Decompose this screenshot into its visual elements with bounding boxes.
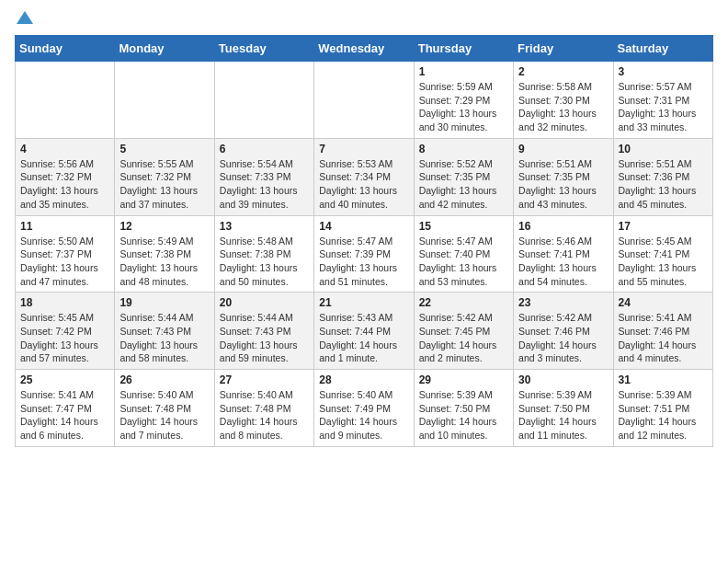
day-info: Sunrise: 5:39 AM Sunset: 7:50 PM Dayligh…: [518, 388, 608, 442]
day-info: Sunrise: 5:40 AM Sunset: 7:48 PM Dayligh…: [119, 388, 209, 442]
day-number: 30: [518, 373, 608, 386]
header-day-wednesday: Wednesday: [314, 36, 414, 62]
day-number: 31: [619, 373, 708, 386]
calendar-cell: 1Sunrise: 5:59 AM Sunset: 7:29 PM Daylig…: [414, 62, 513, 139]
header-day-sunday: Sunday: [16, 36, 115, 62]
day-number: 27: [220, 373, 309, 386]
day-number: 16: [518, 220, 608, 233]
logo-icon: [17, 9, 33, 26]
day-number: 5: [119, 143, 209, 155]
calendar-cell: 2Sunrise: 5:58 AM Sunset: 7:30 PM Daylig…: [514, 62, 613, 139]
calendar-cell: 6Sunrise: 5:54 AM Sunset: 7:33 PM Daylig…: [214, 138, 313, 215]
day-info: Sunrise: 5:41 AM Sunset: 7:47 PM Dayligh…: [20, 388, 109, 442]
day-number: 28: [319, 373, 408, 386]
calendar-cell: 22Sunrise: 5:42 AM Sunset: 7:45 PM Dayli…: [414, 293, 513, 370]
day-number: 4: [20, 143, 109, 155]
calendar-cell: 29Sunrise: 5:39 AM Sunset: 7:50 PM Dayli…: [414, 370, 513, 447]
calendar-cell: [214, 62, 313, 139]
calendar-cell: 30Sunrise: 5:39 AM Sunset: 7:50 PM Dayli…: [514, 370, 613, 447]
day-info: Sunrise: 5:52 AM Sunset: 7:35 PM Dayligh…: [419, 157, 508, 212]
day-number: 1: [419, 65, 508, 78]
header-day-thursday: Thursday: [414, 36, 513, 62]
day-number: 3: [619, 65, 708, 78]
day-info: Sunrise: 5:44 AM Sunset: 7:43 PM Dayligh…: [220, 311, 309, 365]
day-info: Sunrise: 5:57 AM Sunset: 7:31 PM Dayligh…: [619, 80, 708, 134]
calendar-week-3: 11Sunrise: 5:50 AM Sunset: 7:37 PM Dayli…: [16, 215, 713, 293]
header-day-friday: Friday: [514, 36, 613, 62]
calendar-week-4: 18Sunrise: 5:45 AM Sunset: 7:42 PM Dayli…: [16, 293, 713, 370]
day-info: Sunrise: 5:51 AM Sunset: 7:36 PM Dayligh…: [619, 157, 708, 212]
header-day-monday: Monday: [115, 36, 214, 62]
calendar-cell: 18Sunrise: 5:45 AM Sunset: 7:42 PM Dayli…: [16, 293, 115, 370]
calendar-cell: 9Sunrise: 5:51 AM Sunset: 7:35 PM Daylig…: [514, 138, 613, 215]
calendar-cell: 19Sunrise: 5:44 AM Sunset: 7:43 PM Dayli…: [115, 293, 214, 370]
day-number: 10: [619, 143, 708, 155]
day-info: Sunrise: 5:40 AM Sunset: 7:48 PM Dayligh…: [220, 388, 309, 442]
day-info: Sunrise: 5:56 AM Sunset: 7:32 PM Dayligh…: [20, 157, 109, 212]
calendar-cell: 24Sunrise: 5:41 AM Sunset: 7:46 PM Dayli…: [613, 293, 712, 370]
calendar-cell: 16Sunrise: 5:46 AM Sunset: 7:41 PM Dayli…: [514, 215, 613, 293]
day-number: 21: [319, 296, 408, 309]
calendar-cell: [314, 62, 414, 139]
calendar-cell: 21Sunrise: 5:43 AM Sunset: 7:44 PM Dayli…: [314, 293, 414, 370]
day-number: 14: [319, 220, 408, 233]
calendar-cell: 31Sunrise: 5:39 AM Sunset: 7:51 PM Dayli…: [613, 370, 712, 447]
calendar-cell: 17Sunrise: 5:45 AM Sunset: 7:41 PM Dayli…: [613, 215, 712, 293]
day-number: 8: [419, 143, 508, 155]
header-day-tuesday: Tuesday: [214, 36, 313, 62]
day-number: 12: [119, 220, 209, 233]
day-info: Sunrise: 5:55 AM Sunset: 7:32 PM Dayligh…: [119, 157, 209, 212]
day-number: 15: [419, 220, 508, 233]
calendar-cell: 13Sunrise: 5:48 AM Sunset: 7:38 PM Dayli…: [214, 215, 313, 293]
day-number: 20: [220, 296, 309, 309]
calendar-cell: 23Sunrise: 5:42 AM Sunset: 7:46 PM Dayli…: [514, 293, 613, 370]
page-header: [15, 15, 713, 26]
day-number: 25: [20, 373, 109, 386]
calendar-cell: 5Sunrise: 5:55 AM Sunset: 7:32 PM Daylig…: [115, 138, 214, 215]
logo: [15, 15, 33, 26]
day-info: Sunrise: 5:44 AM Sunset: 7:43 PM Dayligh…: [119, 311, 209, 365]
day-info: Sunrise: 5:42 AM Sunset: 7:45 PM Dayligh…: [419, 311, 508, 365]
calendar-cell: 11Sunrise: 5:50 AM Sunset: 7:37 PM Dayli…: [16, 215, 115, 293]
calendar-cell: 7Sunrise: 5:53 AM Sunset: 7:34 PM Daylig…: [314, 138, 414, 215]
day-number: 22: [419, 296, 508, 309]
calendar-week-1: 1Sunrise: 5:59 AM Sunset: 7:29 PM Daylig…: [16, 62, 713, 139]
calendar-cell: [115, 62, 214, 139]
day-info: Sunrise: 5:58 AM Sunset: 7:30 PM Dayligh…: [518, 80, 608, 134]
calendar-cell: 26Sunrise: 5:40 AM Sunset: 7:48 PM Dayli…: [115, 370, 214, 447]
day-number: 6: [220, 143, 309, 155]
calendar-cell: [16, 62, 115, 139]
calendar-cell: 8Sunrise: 5:52 AM Sunset: 7:35 PM Daylig…: [414, 138, 513, 215]
day-info: Sunrise: 5:45 AM Sunset: 7:41 PM Dayligh…: [619, 235, 708, 289]
day-number: 18: [20, 296, 109, 309]
day-number: 7: [319, 143, 408, 155]
calendar-cell: 4Sunrise: 5:56 AM Sunset: 7:32 PM Daylig…: [16, 138, 115, 215]
svg-marker-0: [17, 11, 33, 24]
calendar-cell: 12Sunrise: 5:49 AM Sunset: 7:38 PM Dayli…: [115, 215, 214, 293]
calendar-cell: 10Sunrise: 5:51 AM Sunset: 7:36 PM Dayli…: [613, 138, 712, 215]
day-number: 19: [119, 296, 209, 309]
day-number: 24: [619, 296, 708, 309]
day-info: Sunrise: 5:48 AM Sunset: 7:38 PM Dayligh…: [220, 235, 309, 289]
day-info: Sunrise: 5:59 AM Sunset: 7:29 PM Dayligh…: [419, 80, 508, 134]
day-info: Sunrise: 5:51 AM Sunset: 7:35 PM Dayligh…: [518, 157, 608, 212]
calendar-cell: 20Sunrise: 5:44 AM Sunset: 7:43 PM Dayli…: [214, 293, 313, 370]
calendar-week-5: 25Sunrise: 5:41 AM Sunset: 7:47 PM Dayli…: [16, 370, 713, 447]
day-info: Sunrise: 5:49 AM Sunset: 7:38 PM Dayligh…: [119, 235, 209, 289]
calendar-cell: 28Sunrise: 5:40 AM Sunset: 7:49 PM Dayli…: [314, 370, 414, 447]
calendar-cell: 27Sunrise: 5:40 AM Sunset: 7:48 PM Dayli…: [214, 370, 313, 447]
day-number: 23: [518, 296, 608, 309]
day-number: 26: [119, 373, 209, 386]
day-info: Sunrise: 5:54 AM Sunset: 7:33 PM Dayligh…: [220, 157, 309, 212]
day-info: Sunrise: 5:47 AM Sunset: 7:39 PM Dayligh…: [319, 235, 408, 289]
day-info: Sunrise: 5:53 AM Sunset: 7:34 PM Dayligh…: [319, 157, 408, 212]
day-info: Sunrise: 5:47 AM Sunset: 7:40 PM Dayligh…: [419, 235, 508, 289]
day-info: Sunrise: 5:41 AM Sunset: 7:46 PM Dayligh…: [619, 311, 708, 365]
day-number: 11: [20, 220, 109, 233]
day-info: Sunrise: 5:40 AM Sunset: 7:49 PM Dayligh…: [319, 388, 408, 442]
header-row: SundayMondayTuesdayWednesdayThursdayFrid…: [16, 36, 713, 62]
day-info: Sunrise: 5:45 AM Sunset: 7:42 PM Dayligh…: [20, 311, 109, 365]
calendar-cell: 25Sunrise: 5:41 AM Sunset: 7:47 PM Dayli…: [16, 370, 115, 447]
day-info: Sunrise: 5:46 AM Sunset: 7:41 PM Dayligh…: [518, 235, 608, 289]
calendar-week-2: 4Sunrise: 5:56 AM Sunset: 7:32 PM Daylig…: [16, 138, 713, 215]
